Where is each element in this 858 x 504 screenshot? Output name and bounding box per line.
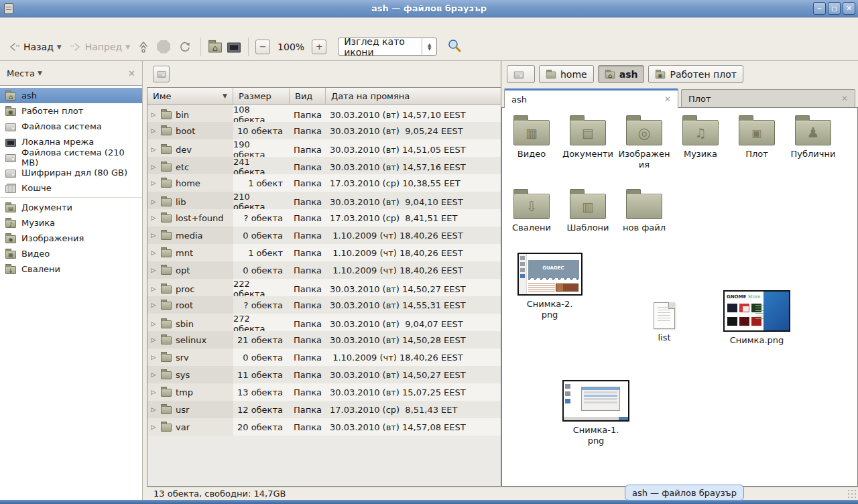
- zoom-out-button[interactable]: −: [255, 40, 270, 54]
- folder-item[interactable]: Плот: [729, 113, 785, 170]
- menu-item[interactable]: [5, 24, 19, 27]
- sidebar-item[interactable]: Файлова система (210 MB): [0, 149, 142, 165]
- combo-spinner-icon[interactable]: ▲▼: [422, 38, 436, 55]
- up-button[interactable]: [134, 38, 153, 56]
- tab[interactable]: Плот ✕: [681, 89, 855, 107]
- filesystem-root-button[interactable]: [153, 66, 170, 82]
- path-button[interactable]: [507, 65, 535, 83]
- table-row[interactable]: ▷ etc 241 обекта Папка 30.03.2010 (вт) 1…: [147, 157, 501, 174]
- window-titlebar[interactable]: ash — файлов браузър: [0, 0, 858, 17]
- sidebar-item[interactable]: Документи: [0, 200, 142, 215]
- table-row[interactable]: ▷ home 1 обект Папка 17.03.2010 (ср) 10,…: [147, 174, 501, 192]
- expander-icon[interactable]: ▷: [150, 180, 157, 186]
- folder-item[interactable]: Музика: [672, 113, 729, 170]
- forward-button[interactable]: Напред ▼: [66, 39, 134, 55]
- column-header-date[interactable]: Дата на промяна: [326, 88, 501, 104]
- table-row[interactable]: ▷ opt 0 обекта Папка 1.10.2009 (чт) 18,4…: [147, 261, 501, 279]
- forward-dropdown-icon[interactable]: ▼: [125, 44, 130, 50]
- table-row[interactable]: ▷ root ? обекта Папка 30.03.2010 (вт) 14…: [147, 296, 501, 314]
- menu-item[interactable]: [19, 24, 32, 27]
- table-row[interactable]: ▷ sbin 272 обекта Папка 30.03.2010 (вт) …: [147, 314, 501, 331]
- folder-item[interactable]: Публични: [785, 113, 841, 170]
- back-dropdown-icon[interactable]: ▼: [57, 44, 62, 50]
- table-row[interactable]: ▷ dev 190 обекта Папка 30.03.2010 (вт) 1…: [147, 139, 501, 157]
- expander-icon[interactable]: ▷: [150, 111, 157, 118]
- search-button[interactable]: [446, 38, 463, 56]
- tab-close-icon[interactable]: ✕: [841, 94, 848, 103]
- sidebar-item[interactable]: Кошче: [0, 180, 142, 198]
- sidebar-item[interactable]: ash: [0, 88, 142, 103]
- expander-icon[interactable]: ▷: [150, 286, 157, 292]
- table-row[interactable]: ▷ boot 10 обекта Папка 30.03.2010 (вт) 9…: [147, 122, 501, 139]
- sidebar-close-icon[interactable]: ✕: [128, 68, 135, 78]
- expander-icon[interactable]: ▷: [150, 424, 157, 430]
- icon-view[interactable]: Видео Документи Изображения Музика Плот …: [501, 107, 858, 487]
- minimize-button[interactable]: [813, 2, 826, 15]
- back-button[interactable]: Назад ▼: [4, 39, 66, 55]
- table-row[interactable]: ▷ tmp 13 обекта Папка 30.03.2010 (вт) 15…: [147, 383, 501, 401]
- image-file-item[interactable]: GNOME Store Снимка.png: [717, 290, 797, 346]
- column-header-type[interactable]: Вид: [290, 88, 326, 104]
- path-button[interactable]: home: [539, 65, 594, 83]
- expander-icon[interactable]: ▷: [150, 249, 157, 256]
- resize-grip[interactable]: [847, 489, 857, 499]
- image-file-item[interactable]: Снимка-1.png: [556, 380, 636, 446]
- reload-button[interactable]: [174, 38, 196, 56]
- folder-item[interactable]: Свалени: [503, 187, 560, 233]
- table-row[interactable]: ▷ usr 12 обекта Папка 17.03.2010 (ср) 8,…: [147, 401, 501, 418]
- home-button[interactable]: [206, 40, 225, 54]
- table-row[interactable]: ▷ mnt 1 обект Папка 1.10.2009 (чт) 18,40…: [147, 244, 501, 261]
- tab[interactable]: ash ✕: [504, 88, 678, 108]
- view-mode-select[interactable]: Изглед като икони ▲▼: [338, 38, 437, 56]
- folder-item[interactable]: Шаблони: [560, 187, 616, 233]
- table-row[interactable]: ▷ media 0 обекта Папка 1.10.2009 (чт) 18…: [147, 227, 501, 244]
- computer-button[interactable]: [225, 40, 243, 54]
- expander-icon[interactable]: ▷: [150, 302, 157, 308]
- path-button[interactable]: Работен плот: [648, 65, 743, 83]
- table-row[interactable]: ▷ lib 210 обекта Папка 30.03.2010 (вт) 9…: [147, 192, 501, 209]
- expander-icon[interactable]: ▷: [150, 371, 157, 378]
- sidebar-mode-select[interactable]: Места ▼: [7, 68, 42, 78]
- sidebar-item[interactable]: Файлова система: [0, 119, 142, 134]
- table-row[interactable]: ▷ selinux 21 обекта Папка 30.03.2010 (вт…: [147, 331, 501, 349]
- menu-item[interactable]: [46, 24, 59, 27]
- table-row[interactable]: ▷ srv 0 обекта Папка 1.10.2009 (чт) 18,4…: [147, 349, 501, 366]
- table-row[interactable]: ▷ sys 11 обекта Папка 30.03.2010 (вт) 14…: [147, 366, 501, 383]
- menu-item[interactable]: [59, 24, 72, 27]
- folder-item[interactable]: Документи: [560, 113, 616, 170]
- table-row[interactable]: ▷ var 20 обекта Папка 30.03.2010 (вт) 14…: [147, 418, 501, 436]
- expander-icon[interactable]: ▷: [150, 406, 157, 413]
- expander-icon[interactable]: ▷: [150, 389, 157, 395]
- menu-item[interactable]: [32, 24, 46, 27]
- sidebar-item[interactable]: Музика: [0, 215, 142, 231]
- column-header-size[interactable]: Размер: [233, 88, 290, 104]
- sidebar-item[interactable]: Работен плот: [0, 103, 142, 119]
- sidebar-item[interactable]: Шифриран дял (80 GB): [0, 165, 142, 180]
- expander-icon[interactable]: ▷: [150, 354, 157, 361]
- expander-icon[interactable]: ▷: [150, 267, 157, 273]
- folder-item[interactable]: Изображения: [616, 113, 672, 170]
- sidebar-item[interactable]: Свалени: [0, 261, 142, 277]
- expander-icon[interactable]: ▷: [150, 146, 157, 153]
- sidebar-item[interactable]: Изображения: [0, 231, 142, 246]
- expander-icon[interactable]: ▷: [150, 336, 157, 343]
- tab-close-icon[interactable]: ✕: [664, 94, 671, 104]
- folder-item[interactable]: нов файл: [616, 187, 672, 233]
- column-header-name[interactable]: Име▼: [147, 88, 233, 104]
- path-button[interactable]: ash: [598, 65, 645, 83]
- close-button[interactable]: [843, 2, 855, 15]
- sidebar-item[interactable]: Видео: [0, 246, 142, 261]
- expander-icon[interactable]: ▷: [150, 232, 157, 239]
- folder-item[interactable]: Видео: [503, 113, 560, 170]
- zoom-in-button[interactable]: +: [312, 40, 326, 54]
- expander-icon[interactable]: ▷: [150, 164, 157, 170]
- text-file-item[interactable]: list: [640, 298, 688, 343]
- table-row[interactable]: ▷ proc 222 обекта Папка 30.03.2010 (вт) …: [147, 279, 501, 296]
- expander-icon[interactable]: ▷: [150, 198, 157, 205]
- expander-icon[interactable]: ▷: [150, 214, 157, 221]
- table-row[interactable]: ▷ lost+found ? обекта Папка 17.03.2010 (…: [147, 209, 501, 227]
- expander-icon[interactable]: ▷: [150, 320, 157, 327]
- expander-icon[interactable]: ▷: [150, 127, 157, 134]
- stop-button[interactable]: [153, 38, 174, 56]
- menu-item[interactable]: [72, 24, 86, 27]
